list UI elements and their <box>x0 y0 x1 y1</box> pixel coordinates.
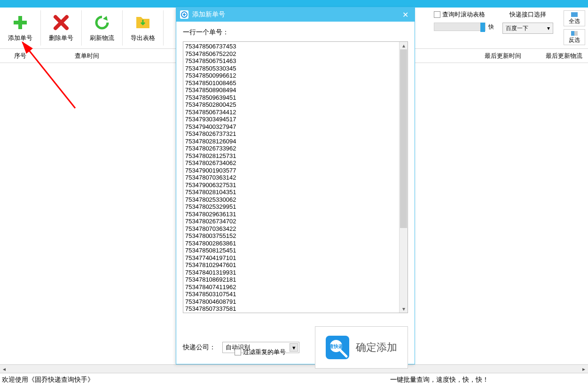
scroll-down-icon[interactable]: ▾ <box>400 305 408 313</box>
add-tracking-label: 添加单号 <box>8 34 32 42</box>
chevron-down-icon: ▾ <box>290 343 298 352</box>
invert-selection-button[interactable]: 反选 <box>564 29 585 45</box>
filter-dup-label: 过滤重复的单号 <box>243 348 286 356</box>
chevron-down-icon: ▾ <box>547 25 550 32</box>
svg-rect-2 <box>571 12 578 17</box>
scroll-left-icon[interactable]: ◂ <box>0 365 8 373</box>
svg-rect-4 <box>574 31 578 36</box>
modal-title-icon <box>180 10 188 19</box>
svg-rect-1 <box>14 21 27 24</box>
speed-label: 快 <box>488 23 494 31</box>
export-button[interactable]: 导出表格 <box>123 8 163 47</box>
slider-thumb[interactable] <box>480 23 485 32</box>
textarea-scrollbar[interactable]: ▴ ▾ <box>399 42 408 313</box>
scroll-on-query-checkbox[interactable]: 查询时滚动表格 <box>434 10 494 19</box>
api-select[interactable]: 百度一下 ▾ <box>502 23 553 34</box>
invert-label: 反选 <box>569 36 580 44</box>
refresh-icon <box>94 14 110 31</box>
col-update-time[interactable]: 最后更新时间 <box>463 52 543 60</box>
company-label: 快递公司： <box>183 343 216 352</box>
api-title: 快递接口选择 <box>510 10 546 19</box>
search-express-icon: 查快递 <box>326 336 349 359</box>
svg-text:查快递: 查快递 <box>329 344 344 349</box>
checkbox-icon <box>235 349 241 355</box>
status-right: 一键批量查询，速度快，快，快！ <box>390 376 489 384</box>
folder-export-icon <box>134 14 151 31</box>
speed-slider[interactable] <box>434 23 486 31</box>
scroll-right-icon[interactable]: ▸ <box>580 365 588 373</box>
confirm-label: 确定添加 <box>356 340 397 354</box>
filter-dup-checkbox[interactable]: 过滤重复的单号 <box>235 348 286 356</box>
add-tracking-modal: 添加新单号 ✕ 一行一个单号： ▴ ▾ 快递公司： 自动识别 ▾ 查快递 确定添 <box>176 7 415 364</box>
tracking-numbers-textarea[interactable] <box>183 42 399 313</box>
scroll-up-icon[interactable]: ▴ <box>400 42 408 49</box>
svg-rect-3 <box>571 31 574 36</box>
status-left: 欢迎使用《固乔快递查询快手》 <box>0 376 94 384</box>
confirm-add-button[interactable]: 查快递 确定添加 <box>315 326 408 369</box>
export-label: 导出表格 <box>131 34 155 42</box>
select-all-label: 全选 <box>569 17 580 25</box>
delete-tracking-button[interactable]: 删除单号 <box>41 8 81 47</box>
plus-icon <box>12 14 29 31</box>
close-icon[interactable]: ✕ <box>400 10 411 19</box>
api-selected: 百度一下 <box>506 24 528 32</box>
invert-icon <box>571 31 578 35</box>
modal-prompt: 一行一个单号： <box>183 28 408 37</box>
col-time[interactable]: 查单时间 <box>40 52 134 60</box>
checkbox-icon <box>434 11 440 18</box>
modal-title: 添加新单号 <box>192 10 225 19</box>
delete-tracking-label: 删除单号 <box>49 34 73 42</box>
col-update-loc[interactable]: 最后更新物流 <box>543 52 588 60</box>
refresh-button[interactable]: 刷新物流 <box>82 8 122 47</box>
refresh-label: 刷新物流 <box>90 34 114 42</box>
add-tracking-button[interactable]: 添加单号 <box>0 8 40 47</box>
scrollbar-thumb[interactable] <box>400 49 407 228</box>
x-icon <box>53 14 70 31</box>
scroll-on-query-label: 查询时滚动表格 <box>442 10 485 19</box>
select-all-icon <box>571 12 578 16</box>
col-seq[interactable]: 序号 <box>0 52 40 60</box>
status-bar: 欢迎使用《固乔快递查询快手》 一键批量查询，速度快，快，快！ <box>0 373 588 386</box>
select-all-button[interactable]: 全选 <box>564 10 585 26</box>
